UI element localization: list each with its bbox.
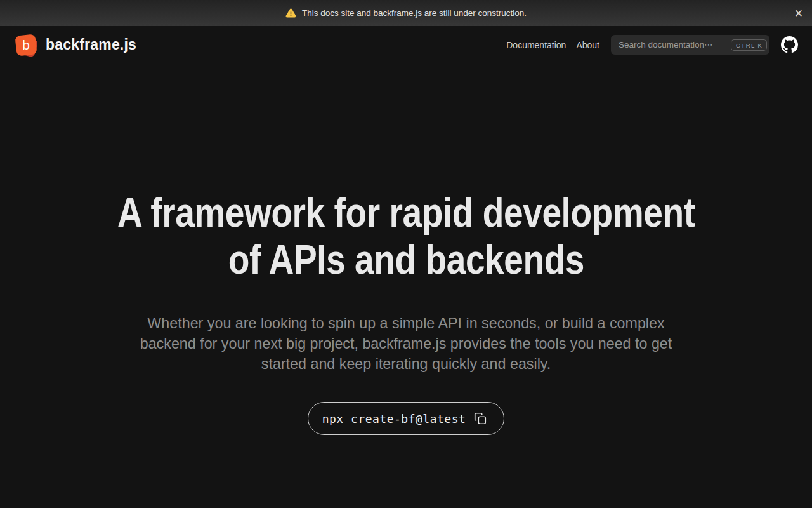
warning-triangle-icon: [285, 8, 296, 18]
search-shortcut-badge: CTRL K: [731, 39, 767, 51]
github-icon: [781, 36, 798, 53]
logo-letter: b: [22, 38, 30, 52]
backframe-logo-icon: b: [15, 34, 37, 56]
title-line-1: A framework for rapid development: [117, 189, 695, 236]
search-input[interactable]: [619, 40, 731, 50]
install-command-button[interactable]: npx create-bf@latest: [308, 402, 505, 435]
install-command: npx create-bf@latest: [322, 412, 466, 425]
nav-link-documentation[interactable]: Documentation: [506, 40, 566, 50]
main-nav: Documentation About: [506, 40, 599, 50]
brand-name: backframe.js: [46, 36, 136, 53]
search-box[interactable]: CTRL K: [611, 35, 769, 55]
banner-text: This docs site and backframe.js are stil…: [302, 8, 527, 18]
copy-icon[interactable]: [473, 411, 487, 425]
close-icon[interactable]: ✕: [794, 8, 803, 18]
brand-home-link[interactable]: b backframe.js: [15, 34, 136, 56]
construction-banner: This docs site and backframe.js are stil…: [0, 0, 812, 26]
nav-link-about[interactable]: About: [576, 40, 599, 50]
title-line-2: of APIs and backends: [228, 236, 584, 283]
hero-subtitle: Whether you are looking to spin up a sim…: [129, 313, 683, 374]
page-title: A framework for rapid development of API…: [70, 189, 742, 283]
site-header: b backframe.js Documentation About CTRL …: [0, 26, 812, 64]
hero-section: A framework for rapid development of API…: [0, 64, 812, 435]
github-link[interactable]: [781, 36, 798, 53]
